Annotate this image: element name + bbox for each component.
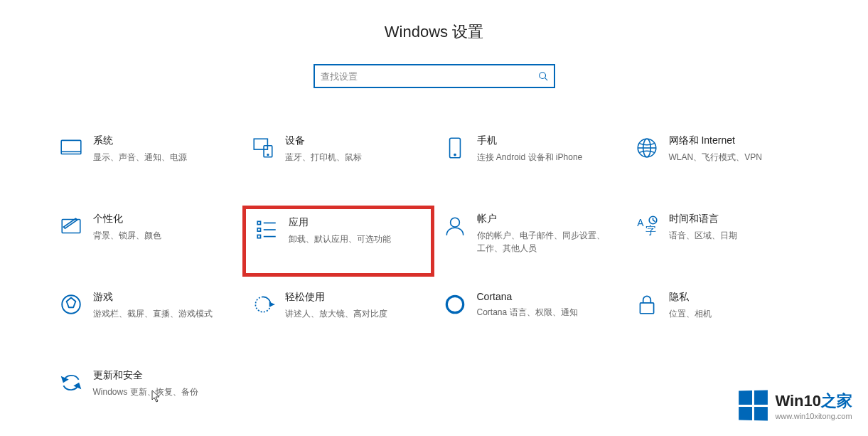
system-icon: [59, 136, 83, 160]
page-title: Windows 设置: [0, 21, 868, 43]
tile-desc: 位置、相机: [669, 307, 712, 320]
update-security-icon: [59, 371, 83, 395]
tile-title: 时间和语言: [669, 213, 737, 225]
tile-title: 应用: [289, 216, 391, 229]
tile-personalization[interactable]: 个性化 背景、锁屏、颜色: [50, 206, 242, 277]
svg-point-0: [539, 73, 545, 79]
tile-desc: 连接 Android 设备和 iPhone: [477, 151, 583, 164]
tile-desc: 蓝牙、打印机、鼠标: [285, 151, 362, 164]
watermark: Win10之家 www.win10xitong.com: [738, 390, 852, 420]
svg-line-1: [545, 78, 547, 81]
svg-line-24: [653, 220, 655, 222]
tile-privacy[interactable]: 隐私 位置、相机: [626, 284, 818, 355]
svg-rect-13: [257, 221, 260, 224]
tile-title: 系统: [93, 134, 187, 147]
tile-desc: 背景、锁屏、颜色: [93, 229, 161, 242]
tile-desc: 讲述人、放大镜、高对比度: [285, 307, 387, 320]
tile-desc: 你的帐户、电子邮件、同步设置、工作、其他人员: [477, 229, 612, 255]
svg-rect-17: [257, 235, 260, 238]
tile-title: 手机: [477, 134, 583, 147]
watermark-url: www.win10xitong.com: [775, 412, 852, 420]
svg-text:字: 字: [645, 225, 655, 236]
tile-desc: Cortana 语言、权限、通知: [477, 306, 578, 319]
settings-grid: 系统 显示、声音、通知、电源 设备 蓝牙、打印机、鼠标 手机 连接 Androi…: [0, 127, 868, 433]
svg-rect-4: [254, 139, 267, 149]
svg-rect-28: [640, 303, 653, 314]
tile-desc: Windows 更新、恢复、备份: [93, 386, 198, 398]
time-language-icon: A字: [635, 214, 659, 238]
tile-title: Cortana: [477, 291, 578, 302]
tile-desc: 卸载、默认应用、可选功能: [289, 233, 391, 245]
tile-time-language[interactable]: A字 时间和语言 语音、区域、日期: [626, 206, 818, 277]
search-box[interactable]: [314, 64, 555, 88]
ease-of-access-icon: [251, 292, 275, 317]
network-icon: [635, 136, 659, 160]
tile-network[interactable]: 网络和 Internet WLAN、飞行模式、VPN: [626, 127, 818, 198]
svg-text:A: A: [637, 217, 644, 228]
gaming-icon: [59, 292, 83, 317]
svg-point-27: [446, 296, 463, 312]
tile-phone[interactable]: 手机 连接 Android 设备和 iPhone: [434, 127, 626, 198]
tile-title: 轻松使用: [285, 291, 387, 304]
phone-icon: [443, 136, 467, 160]
personalization-icon: [59, 214, 83, 238]
svg-marker-30: [75, 383, 80, 388]
accounts-icon: [443, 214, 467, 238]
svg-point-8: [454, 154, 455, 156]
svg-marker-29: [62, 378, 67, 382]
cortana-icon: [443, 292, 467, 317]
tile-system[interactable]: 系统 显示、声音、通知、电源: [50, 127, 242, 198]
tile-title: 设备: [285, 134, 362, 147]
tile-title: 隐私: [669, 291, 712, 304]
search-icon: [538, 71, 548, 81]
tile-title: 更新和安全: [93, 369, 198, 382]
tile-title: 个性化: [93, 213, 161, 225]
tile-desc: 游戏栏、截屏、直播、游戏模式: [93, 307, 213, 320]
svg-point-6: [267, 154, 269, 156]
tile-devices[interactable]: 设备 蓝牙、打印机、鼠标: [242, 127, 434, 198]
tile-apps[interactable]: 应用 卸载、默认应用、可选功能: [242, 206, 434, 277]
windows-logo-icon: [739, 390, 768, 420]
tile-title: 网络和 Internet: [669, 134, 762, 147]
tile-cortana[interactable]: Cortana Cortana 语言、权限、通知: [434, 284, 626, 355]
svg-point-19: [450, 218, 459, 227]
devices-icon: [251, 136, 275, 160]
tile-desc: WLAN、飞行模式、VPN: [669, 151, 762, 164]
apps-icon: [254, 218, 279, 242]
privacy-icon: [635, 292, 659, 317]
tile-title: 帐户: [477, 213, 612, 225]
tile-desc: 语音、区域、日期: [669, 229, 737, 242]
watermark-title: Win10之家: [775, 390, 852, 412]
tile-desc: 显示、声音、通知、电源: [93, 151, 187, 164]
tile-title: 游戏: [93, 291, 213, 304]
tile-ease-of-access[interactable]: 轻松使用 讲述人、放大镜、高对比度: [242, 284, 434, 355]
svg-marker-26: [269, 303, 273, 306]
tile-accounts[interactable]: 帐户 你的帐户、电子邮件、同步设置、工作、其他人员: [434, 206, 626, 277]
search-input[interactable]: [321, 71, 538, 82]
tile-gaming[interactable]: 游戏 游戏栏、截屏、直播、游戏模式: [50, 284, 242, 355]
tile-update-security[interactable]: 更新和安全 Windows 更新、恢复、备份: [50, 362, 242, 433]
svg-rect-15: [257, 228, 260, 231]
